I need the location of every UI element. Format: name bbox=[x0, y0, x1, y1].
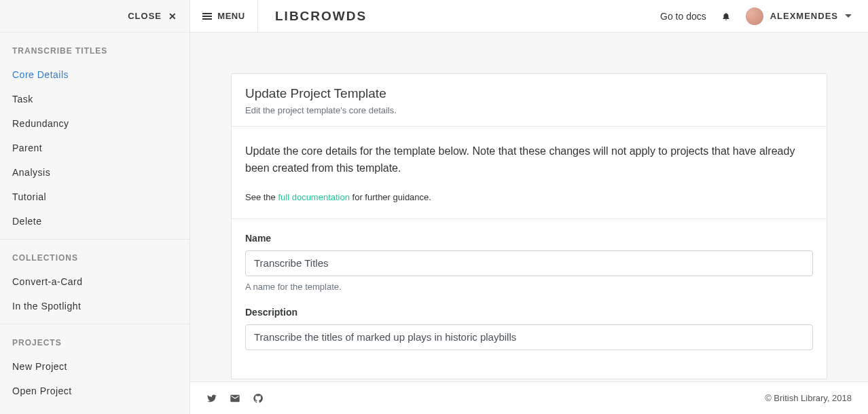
sidebar-group-title-collections: COLLECTIONS bbox=[0, 240, 189, 269]
sidebar-item-convert-a-card[interactable]: Convert-a-Card bbox=[0, 269, 189, 294]
sidebar-item-task[interactable]: Task bbox=[0, 87, 189, 111]
help-text: See the full documentation for further g… bbox=[245, 192, 813, 202]
twitter-icon[interactable] bbox=[206, 393, 217, 404]
bell-icon[interactable] bbox=[721, 12, 731, 21]
footer-copyright: © British Library, 2018 bbox=[765, 393, 852, 403]
menu-button[interactable]: MENU bbox=[190, 0, 258, 33]
name-hint: A name for the template. bbox=[245, 282, 813, 292]
help-suffix: for further guidance. bbox=[350, 192, 431, 202]
sidebar-item-new-project[interactable]: New Project bbox=[0, 354, 189, 379]
topbar: MENU LIBCROWDS Go to docs ALEXMENDES bbox=[190, 0, 868, 33]
footer: © British Library, 2018 bbox=[190, 381, 868, 414]
sidebar-item-redundancy[interactable]: Redundancy bbox=[0, 111, 189, 136]
username: ALEXMENDES bbox=[770, 11, 838, 21]
brand-logo: LIBCROWDS bbox=[275, 9, 367, 24]
sidebar-item-analysis[interactable]: Analysis bbox=[0, 160, 189, 185]
form-section: Name A name for the template. Descriptio… bbox=[232, 219, 827, 379]
avatar bbox=[746, 7, 763, 25]
footer-social-icons bbox=[206, 393, 264, 404]
sidebar-item-in-the-spotlight[interactable]: In the Spotlight bbox=[0, 294, 189, 318]
form-group-name: Name A name for the template. bbox=[245, 233, 813, 292]
page-title: Update Project Template bbox=[245, 86, 813, 101]
name-label: Name bbox=[245, 233, 813, 244]
sidebar-item-core-details[interactable]: Core Details bbox=[0, 62, 189, 87]
sidebar-item-tutorial[interactable]: Tutorial bbox=[0, 185, 189, 209]
menu-label: MENU bbox=[217, 11, 245, 21]
sidebar-item-parent[interactable]: Parent bbox=[0, 136, 189, 160]
intro-text: Update the core details for the template… bbox=[245, 143, 813, 177]
card-body: Update the core details for the template… bbox=[232, 127, 827, 219]
description-input[interactable] bbox=[245, 324, 813, 350]
full-documentation-link[interactable]: full documentation bbox=[278, 192, 350, 202]
name-input[interactable] bbox=[245, 250, 813, 276]
close-sidebar-button[interactable]: CLOSE ✕ bbox=[0, 0, 189, 33]
form-group-description: Description bbox=[245, 307, 813, 350]
main-content: Update Project Template Edit the project… bbox=[190, 33, 868, 381]
hamburger-icon bbox=[202, 13, 212, 20]
sidebar-item-delete[interactable]: Delete bbox=[0, 209, 189, 233]
close-icon: ✕ bbox=[168, 11, 177, 22]
sidebar-group-title-projects: PROJECTS bbox=[0, 324, 189, 354]
github-icon[interactable] bbox=[253, 393, 264, 404]
close-label: CLOSE bbox=[128, 11, 162, 21]
caret-down-icon bbox=[845, 14, 852, 18]
email-icon[interactable] bbox=[230, 393, 240, 404]
template-card: Update Project Template Edit the project… bbox=[231, 73, 827, 379]
sidebar-item-open-project[interactable]: Open Project bbox=[0, 379, 189, 403]
sidebar-group-title-transcribe: TRANSCRIBE TITLES bbox=[0, 33, 189, 62]
help-prefix: See the bbox=[245, 192, 278, 202]
docs-link[interactable]: Go to docs bbox=[660, 11, 706, 22]
sidebar: CLOSE ✕ TRANSCRIBE TITLES Core Details T… bbox=[0, 0, 190, 414]
page-subtitle: Edit the project template's core details… bbox=[245, 105, 813, 115]
description-label: Description bbox=[245, 307, 813, 318]
user-menu[interactable]: ALEXMENDES bbox=[746, 7, 852, 25]
card-header: Update Project Template Edit the project… bbox=[232, 74, 827, 127]
